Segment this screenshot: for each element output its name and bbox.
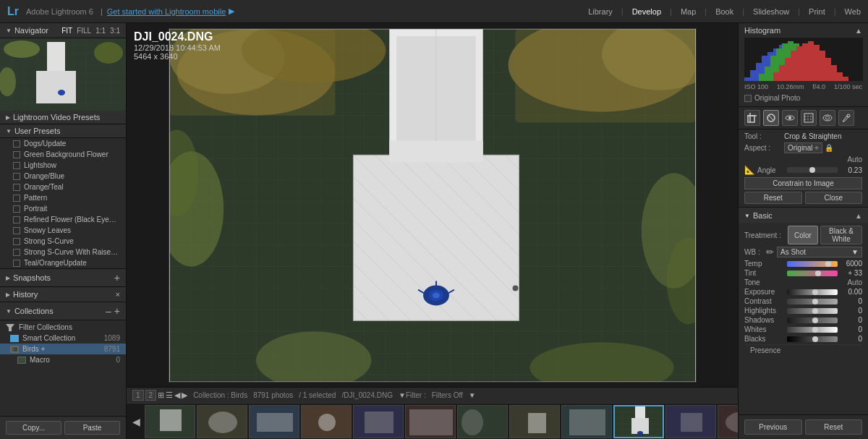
history-header[interactable]: ▶ History × — [0, 287, 126, 302]
nav-print[interactable]: Print — [809, 7, 825, 16]
crop-reset-button[interactable]: Reset — [744, 192, 802, 204]
nav-map[interactable]: Map — [681, 7, 696, 16]
filmstrip-item-5[interactable] — [353, 405, 404, 438]
adjustment-brush-icon[interactable] — [838, 110, 854, 126]
history-close-button[interactable]: × — [116, 290, 120, 299]
nav-slideshow[interactable]: Slideshow — [753, 7, 789, 16]
snapshots-header[interactable]: ▶ Snapshots + — [0, 268, 126, 287]
shadows-slider[interactable] — [787, 317, 838, 323]
preset-item-portrait[interactable]: Portrait — [0, 203, 126, 214]
blacks-slider[interactable] — [787, 336, 838, 342]
preset-item-strong-s2[interactable]: Strong S-Curve With Raised Bla... — [0, 247, 126, 257]
frame-btn-2[interactable]: 2 — [145, 390, 157, 401]
highlights-thumb[interactable] — [812, 308, 818, 314]
preset-item-green[interactable]: Green Background Flower — [0, 149, 126, 160]
wb-dropdown[interactable]: As Shot ▼ — [777, 247, 862, 257]
filmstrip-item-active[interactable] — [613, 405, 664, 438]
constrain-button[interactable]: Constrain to Image — [744, 177, 862, 189]
temp-slider-thumb[interactable] — [825, 261, 831, 267]
color-treatment-button[interactable]: Color — [788, 226, 818, 244]
temp-slider[interactable] — [787, 261, 838, 267]
fit-option-1to1[interactable]: 1:1 — [95, 27, 106, 35]
whites-slider[interactable] — [787, 327, 838, 333]
highlights-slider[interactable] — [787, 308, 838, 314]
exposure-slider[interactable] — [787, 289, 838, 295]
fit-option-fit[interactable]: FIT — [61, 27, 72, 35]
view-grid[interactable]: ⊞ — [158, 391, 164, 400]
paste-button[interactable]: Paste — [64, 421, 120, 435]
spot-removal-icon[interactable] — [763, 110, 779, 126]
filmstrip-item-8[interactable] — [509, 405, 560, 438]
filter-dropdown-icon[interactable]: ▼ — [469, 391, 476, 399]
crop-tool-icon[interactable] — [744, 110, 760, 126]
smart-collection-item[interactable]: Smart Collection 1089 — [0, 333, 126, 344]
orig-photo-checkbox[interactable] — [744, 95, 752, 102]
filmstrip-item-7[interactable] — [457, 405, 508, 438]
filename-dropdown-icon[interactable]: ▼ — [399, 391, 406, 399]
preset-item-dogs[interactable]: Dogs/Update — [0, 138, 126, 149]
preset-item-lightshow[interactable]: Lightshow — [0, 160, 126, 171]
contrast-slider[interactable] — [787, 299, 838, 304]
fit-option-3to1[interactable]: 3:1 — [110, 27, 120, 35]
collections-minus-button[interactable]: – — [106, 305, 111, 317]
nav-web[interactable]: Web — [845, 7, 861, 16]
blacks-thumb[interactable] — [812, 336, 818, 342]
contrast-thumb[interactable] — [812, 299, 818, 304]
original-photo-toggle[interactable]: Original Photo — [744, 93, 862, 103]
tone-auto-button[interactable]: Auto — [847, 278, 862, 286]
copy-button[interactable]: Copy... — [6, 421, 61, 435]
nav-library[interactable]: Library — [588, 7, 613, 16]
aspect-dropdown[interactable]: Original ÷ — [784, 142, 822, 153]
preset-item-pattern[interactable]: Pattern — [0, 192, 126, 203]
filmstrip-item-9[interactable] — [561, 405, 612, 438]
previous-button[interactable]: Previous — [744, 419, 802, 435]
preset-item-snowy[interactable]: Snowy Leaves — [0, 225, 126, 236]
fit-option-fill[interactable]: FILL — [77, 27, 91, 35]
filmstrip-item-4[interactable] — [301, 405, 352, 438]
nav-develop[interactable]: Develop — [632, 7, 661, 16]
crop-close-button[interactable]: Close — [805, 192, 863, 204]
tint-slider[interactable] — [787, 270, 838, 276]
preset-group-user[interactable]: ▼ User Presets — [0, 124, 126, 138]
snapshots-add-button[interactable]: + — [114, 272, 120, 284]
preset-group-video[interactable]: ▶ Lightroom Video Presets — [0, 111, 126, 124]
histogram-expand[interactable]: ▲ — [855, 27, 862, 35]
preset-item-orangeteal[interactable]: Orange/Teal — [0, 182, 126, 192]
filmstrip-item-12[interactable] — [718, 405, 738, 438]
macro-collection-item[interactable]: Macro 0 — [0, 354, 126, 365]
tint-slider-thumb[interactable] — [815, 270, 821, 276]
red-eye-icon[interactable] — [782, 110, 798, 126]
filmstrip-prev-arrow[interactable]: ◀ — [129, 416, 143, 427]
view-list[interactable]: ☰ — [166, 391, 173, 400]
filmstrip-item-3[interactable] — [249, 405, 299, 438]
filmstrip-item-1[interactable] — [145, 405, 195, 438]
filter-collections-item[interactable]: Filter Collections — [0, 322, 126, 333]
view-next[interactable]: ▶ — [182, 391, 187, 400]
lock-icon[interactable]: 🔒 — [825, 144, 833, 152]
gradient-filter-icon[interactable] — [801, 110, 817, 126]
preset-item-orangeblue[interactable]: Orange/Blue — [0, 171, 126, 182]
navigator-header[interactable]: ▼ Navigator FIT FILL 1:1 3:1 — [0, 23, 126, 38]
eyedropper-icon[interactable]: ✏ — [766, 247, 774, 257]
view-prev[interactable]: ◀ — [174, 391, 180, 400]
whites-thumb[interactable] — [812, 327, 818, 333]
preset-item-teal[interactable]: Teal/OrangeUpdate — [0, 257, 126, 268]
basic-expand[interactable]: ▲ — [855, 212, 862, 220]
bw-treatment-button[interactable]: Black & White — [820, 226, 862, 244]
filmstrip-item-2[interactable] — [197, 405, 247, 438]
reset-develop-button[interactable]: Reset — [805, 419, 863, 435]
preset-item-refined[interactable]: Refined Flower (Black Eyed Sus... — [0, 214, 126, 225]
birds-collection-item[interactable]: Birds + 8791 — [0, 344, 126, 354]
preset-item-strong-s[interactable]: Strong S-Curve — [0, 236, 126, 247]
mobile-link[interactable]: Get started with Lightroom mobile — [107, 7, 226, 16]
shadows-thumb[interactable] — [812, 317, 818, 323]
nav-book[interactable]: Book — [715, 7, 733, 16]
collections-header[interactable]: ▼ Collections – + — [0, 302, 126, 320]
radial-filter-icon[interactable] — [820, 110, 835, 126]
frame-btn-1[interactable]: 1 — [132, 390, 144, 401]
exposure-thumb[interactable] — [812, 289, 818, 295]
angle-slider[interactable] — [787, 167, 838, 173]
collections-plus-button[interactable]: + — [114, 305, 120, 317]
basic-section-header[interactable]: ▼ Basic ▲ — [739, 208, 868, 223]
filmstrip-item-11[interactable] — [665, 405, 716, 438]
